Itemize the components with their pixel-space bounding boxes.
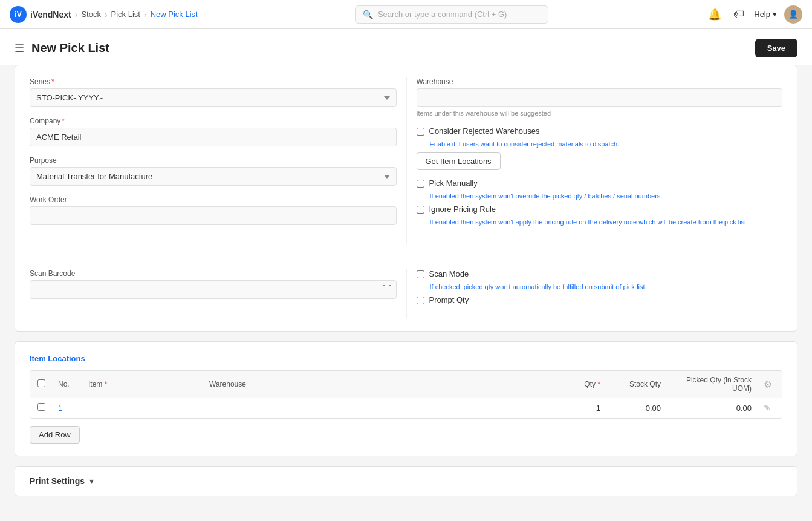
pick-manually-label: Pick Manually — [429, 179, 478, 188]
prompt-qty-group: Prompt Qty — [417, 295, 783, 304]
add-row-button[interactable]: Add Row — [30, 426, 80, 444]
topnav: iV iVendNext › Stock › Pick List › New P… — [0, 0, 812, 29]
ignore-pricing-checkbox[interactable] — [417, 206, 424, 214]
row-number: 1 — [58, 404, 62, 413]
work-order-label: Work Order — [30, 195, 397, 204]
warehouse-group: Warehouse Items under this warehouse wil… — [417, 77, 783, 117]
item-locations-table-wrap: No. Item * Warehouse Qty * Stock Qty — [30, 370, 782, 419]
save-button[interactable]: Save — [755, 39, 797, 57]
breadcrumb-stock[interactable]: Stock — [81, 10, 101, 19]
breadcrumb-picklist[interactable]: Pick List — [111, 10, 140, 19]
row-warehouse-cell[interactable] — [203, 398, 546, 418]
avatar[interactable]: 👤 — [784, 5, 802, 24]
th-qty-required: * — [597, 380, 600, 388]
row-edit-cell: ✎ — [758, 398, 782, 418]
page-title: New Pick List — [31, 41, 109, 55]
scan-barcode-label: Scan Barcode — [30, 269, 397, 278]
pick-manually-group: Pick Manually If enabled then system won… — [417, 179, 783, 200]
row-stock-qty-cell: 0.00 — [606, 398, 667, 418]
ignore-pricing-group: Ignore Pricing Rule If enabled then syst… — [417, 205, 783, 226]
table-body: 1 1 0.00 — [30, 398, 782, 418]
get-item-locations-button[interactable]: Get Item Locations — [417, 152, 501, 170]
tags-button[interactable]: 🏷 — [731, 5, 747, 23]
consider-rejected-checkbox[interactable] — [417, 128, 424, 136]
app-name: iVendNext — [30, 10, 71, 19]
app-logo[interactable]: iV iVendNext — [10, 6, 71, 23]
company-label: Company* — [30, 117, 397, 125]
ignore-pricing-label: Ignore Pricing Rule — [429, 205, 496, 214]
breadcrumb-sep-1: › — [75, 10, 78, 19]
pick-manually-checkbox[interactable] — [417, 180, 424, 188]
th-no: No. — [52, 371, 82, 398]
help-button[interactable]: Help ▾ — [754, 10, 777, 19]
warehouse-label: Warehouse — [417, 77, 783, 86]
work-order-group: Work Order — [30, 195, 397, 225]
scan-barcode-group: Scan Barcode ⛶ — [30, 269, 397, 299]
row-picked-qty-cell: 0.00 — [667, 398, 758, 418]
row-item-input[interactable] — [88, 404, 197, 413]
scan-mode-row: Scan Mode — [417, 269, 783, 278]
row-stock-qty: 0.00 — [646, 404, 661, 413]
th-qty: Qty * — [546, 371, 606, 398]
table-row: 1 1 0.00 — [30, 398, 782, 418]
purpose-label: Purpose — [30, 156, 397, 165]
ignore-pricing-desc: If enabled then system won't apply the p… — [430, 218, 783, 226]
search-area: 🔍 Search or type a command (Ctrl + G) — [198, 5, 706, 24]
company-required: * — [62, 117, 65, 125]
notifications-button[interactable]: 🔔 — [706, 5, 724, 24]
pick-manually-desc: If enabled then system won't override th… — [430, 192, 783, 200]
row-item-cell[interactable] — [82, 398, 203, 418]
th-picked-qty: Picked Qty (in Stock UOM) — [667, 371, 758, 398]
scan-mode-checkbox[interactable] — [417, 270, 424, 278]
search-bar[interactable]: 🔍 Search or type a command (Ctrl + G) — [355, 5, 548, 24]
row-picked-qty: 0.00 — [736, 404, 752, 413]
print-settings-card[interactable]: Print Settings ▾ — [15, 466, 797, 496]
series-required: * — [51, 77, 54, 86]
series-label: Series* — [30, 77, 397, 86]
breadcrumb-area: iV iVendNext › Stock › Pick List › New P… — [10, 6, 198, 23]
logo-icon: iV — [10, 6, 27, 23]
table-header-row: No. Item * Warehouse Qty * Stock Qty — [30, 371, 782, 398]
breadcrumb-new-picklist[interactable]: New Pick List — [151, 10, 198, 19]
page-header-left: ☰ New Pick List — [15, 41, 109, 55]
scan-input-wrap: ⛶ — [30, 280, 397, 299]
row-no-cell: 1 — [52, 398, 82, 418]
work-order-input[interactable] — [30, 206, 397, 225]
purpose-group: Purpose Material Transfer for Manufactur… — [30, 156, 397, 186]
purpose-select[interactable]: Material Transfer for ManufactureDeliver… — [30, 167, 397, 186]
row-checkbox-cell — [30, 398, 52, 418]
th-stock-qty: Stock Qty — [606, 371, 667, 398]
item-locations-table: No. Item * Warehouse Qty * Stock Qty — [30, 371, 782, 418]
scan-mode-group: Scan Mode If checked, picked qty won't a… — [417, 269, 783, 290]
item-locations-body: Item Locations No. Item * — [15, 342, 797, 456]
prompt-qty-checkbox[interactable] — [417, 297, 424, 304]
warehouse-input[interactable] — [417, 88, 783, 107]
search-icon: 🔍 — [363, 10, 373, 19]
scan-barcode-input[interactable] — [30, 280, 397, 299]
ignore-pricing-row: Ignore Pricing Rule — [417, 205, 783, 214]
row-qty-cell: 1 — [546, 398, 606, 418]
warehouse-hint: Items under this warehouse will be sugge… — [417, 110, 783, 117]
pick-manually-row: Pick Manually — [417, 179, 783, 188]
series-group: Series* STO-PICK-.YYYY.- — [30, 77, 397, 107]
scan-mode-desc: If checked, picked qty won't automatical… — [430, 283, 783, 290]
prompt-qty-label: Prompt Qty — [429, 295, 469, 304]
table-settings-icon[interactable]: ⚙ — [764, 379, 772, 390]
scan-mode-label: Scan Mode — [429, 269, 469, 278]
row-checkbox[interactable] — [37, 403, 45, 411]
print-settings-label: Print Settings — [30, 476, 85, 486]
consider-rejected-group: Consider Rejected Warehouses Enable it i… — [417, 126, 783, 148]
hamburger-icon[interactable]: ☰ — [15, 42, 24, 55]
form-card: Series* STO-PICK-.YYYY.- Company* Purpos… — [15, 65, 797, 332]
form-card-body: Series* STO-PICK-.YYYY.- Company* Purpos… — [15, 65, 797, 257]
scan-right-col: Scan Mode If checked, picked qty won't a… — [406, 269, 783, 319]
select-all-checkbox[interactable] — [37, 379, 45, 387]
form-right-col: Warehouse Items under this warehouse wil… — [406, 77, 783, 244]
help-label: Help — [754, 10, 770, 19]
row-edit-icon[interactable]: ✎ — [764, 403, 771, 413]
series-select[interactable]: STO-PICK-.YYYY.- — [30, 88, 397, 107]
item-locations-title: Item Locations — [30, 354, 782, 363]
th-actions: ⚙ — [758, 371, 782, 398]
company-input[interactable] — [30, 128, 397, 146]
row-warehouse-input[interactable] — [209, 404, 540, 413]
